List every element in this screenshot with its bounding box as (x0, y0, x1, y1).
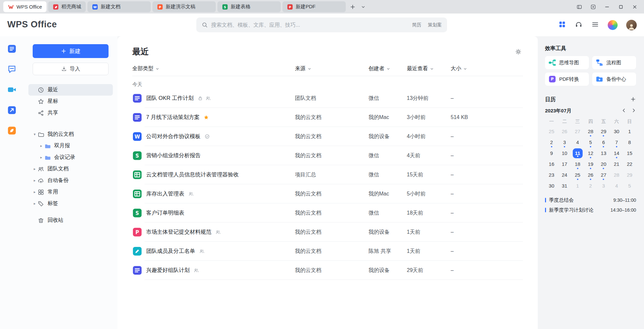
search-input[interactable] (211, 22, 409, 28)
app-tab[interactable]: P新建演示文稿 (152, 1, 216, 12)
sidebar-item[interactable]: ▸常用 (28, 186, 113, 198)
rail-meeting[interactable] (7, 84, 17, 95)
calendar-day[interactable]: 17 (558, 159, 571, 169)
app-tab[interactable]: 稻壳商城 (48, 1, 86, 12)
calendar-day[interactable]: 19 (584, 159, 597, 169)
membership-logo[interactable] (608, 20, 618, 30)
sidebar-item[interactable]: 回收站 (28, 215, 113, 226)
calendar-day[interactable]: 28 (610, 169, 623, 180)
calendar-day[interactable]: 22 (623, 159, 636, 169)
calendar-day[interactable]: 5 (584, 137, 597, 148)
file-row[interactable]: S营销小组业绩分析报告我的云文档微信4天前– (132, 146, 523, 165)
close-button[interactable] (629, 1, 641, 12)
filter-source[interactable]: 来源 (295, 65, 369, 72)
calendar-day[interactable]: 14 (610, 148, 623, 159)
chevron-right-icon[interactable]: ▸ (38, 144, 44, 148)
app-tab[interactable]: P新建PDF (282, 1, 346, 12)
file-row[interactable]: 7 月线下活动策划方案我的云文档我的Mac3小时前514 KB (132, 108, 523, 127)
add-event-button[interactable] (630, 96, 636, 103)
calendar-day[interactable]: 1 (571, 180, 584, 191)
chevron-right-icon[interactable]: ▸ (32, 178, 38, 183)
layout-button[interactable] (573, 1, 585, 12)
sidebar-item[interactable]: 星标 (28, 96, 113, 107)
new-document-button[interactable]: 新建 (33, 44, 109, 58)
rail-transfer[interactable] (7, 105, 17, 115)
rail-docer-store[interactable] (7, 125, 17, 136)
file-row[interactable]: 云文档管理人员信息统计表管理器验收项目汇总微信15天前– (132, 165, 523, 184)
calendar-day[interactable]: 25 (571, 169, 584, 180)
filter-viewed[interactable]: 最近查看 (407, 65, 451, 72)
calendar-day[interactable]: 21 (610, 159, 623, 169)
calendar-event[interactable]: 新季度学习计划讨论14:30–16:00 (545, 205, 636, 215)
chevron-right-icon[interactable]: ▸ (38, 155, 44, 160)
user-avatar[interactable] (626, 20, 637, 30)
menu-button[interactable] (591, 20, 599, 29)
sidebar-item[interactable]: ▸标签 (28, 198, 113, 209)
tab-list-dropdown[interactable] (358, 2, 368, 12)
calendar-day[interactable]: 4 (571, 137, 584, 148)
file-row[interactable]: 库存出入管理表我的云文档我的Mac5小时前– (132, 184, 523, 203)
filter-size[interactable]: 大小 (451, 65, 523, 72)
file-row[interactable]: W公司对外合作协议模板我的云文档我的设备4小时前– (132, 127, 523, 146)
calendar-day[interactable]: 1 (623, 126, 636, 137)
apps-grid-button[interactable] (558, 20, 566, 29)
tool-flowchart[interactable]: 流程图 (592, 56, 636, 69)
prev-month-button[interactable] (622, 108, 626, 114)
calendar-day[interactable]: 30 (545, 180, 558, 191)
calendar-day[interactable]: 26 (584, 169, 597, 180)
calendar-day[interactable]: 18 (571, 159, 584, 169)
calendar-day[interactable]: 7 (610, 137, 623, 148)
file-row[interactable]: 团队 OKR 工作计划团队文档微信13分钟前– (132, 89, 523, 108)
calendar-day[interactable]: 26 (558, 126, 571, 137)
calendar-day[interactable]: 25 (545, 126, 558, 137)
next-month-button[interactable] (631, 108, 636, 114)
sidebar-item[interactable]: ▸自动备份 (28, 175, 113, 186)
calendar-day[interactable]: 8 (623, 137, 636, 148)
filter-creator[interactable]: 创建者 (369, 65, 407, 72)
file-row[interactable]: 团队成员及分工名单我的云文档陈旭 共享1天前– (132, 242, 523, 261)
calendar-day[interactable]: 15 (623, 148, 636, 159)
file-row[interactable]: S客户订单明细表我的云文档微信18天前– (132, 203, 523, 223)
app-tab[interactable]: W新建文档 (87, 1, 151, 12)
tool-backup-center[interactable]: 备份中心 (592, 73, 636, 86)
calendar-day[interactable]: 4 (610, 180, 623, 191)
tool-pdf-convert[interactable]: PPDF转换 (545, 73, 589, 86)
app-tab[interactable]: S新建表格 (217, 1, 281, 12)
calendar-day[interactable]: 9 (545, 148, 558, 159)
calendar-day[interactable]: 28 (584, 126, 597, 137)
calendar-day[interactable]: 29 (623, 169, 636, 180)
file-row[interactable]: 兴趣爱好组队计划我的云文档我的设备29天前– (132, 261, 523, 280)
calendar-day[interactable]: 6 (597, 137, 610, 148)
chevron-right-icon[interactable]: ▸ (32, 190, 38, 194)
calendar-day[interactable]: 30 (610, 126, 623, 137)
app-tab[interactable]: WPS Office (3, 1, 47, 12)
search-bar[interactable]: 简历策划案 (196, 17, 447, 32)
import-button[interactable]: 导入 (33, 63, 109, 75)
calendar-day[interactable]: 16 (545, 159, 558, 169)
file-row[interactable]: P市场主体登记提交材料规范我的云文档我的设备1天前– (132, 223, 523, 242)
minimize-button[interactable] (601, 1, 613, 12)
rail-chat[interactable] (7, 64, 17, 75)
headset-button[interactable] (575, 20, 583, 29)
chevron-right-icon[interactable]: ▸ (32, 167, 38, 171)
sidebar-item[interactable]: 共享 (28, 107, 113, 119)
calendar-day[interactable]: 3 (597, 180, 610, 191)
calendar-day[interactable]: 27 (571, 126, 584, 137)
calendar-day[interactable]: 13 (597, 148, 610, 159)
calendar-day[interactable]: 2 (545, 137, 558, 148)
tool-mindmap[interactable]: 思维导图 (545, 56, 589, 69)
new-tab-button[interactable] (348, 2, 358, 12)
chevron-right-icon[interactable]: ▸ (32, 201, 38, 206)
calendar-day[interactable]: 3 (558, 137, 571, 148)
calendar-day[interactable]: 24 (558, 169, 571, 180)
calendar-day[interactable]: 29 (597, 126, 610, 137)
quick-search-tag[interactable]: 简历 (412, 22, 421, 28)
sidebar-item[interactable]: ▸双月报 (28, 140, 113, 152)
calendar-day[interactable]: 11 (571, 148, 584, 159)
quick-search-tag[interactable]: 策划案 (428, 22, 442, 28)
sidebar-item[interactable]: 最近 (28, 84, 113, 96)
calendar-day[interactable]: 12 (584, 148, 597, 159)
calendar-day[interactable]: 31 (558, 180, 571, 191)
rail-documents[interactable] (7, 44, 17, 54)
maximize-button[interactable] (615, 1, 627, 12)
